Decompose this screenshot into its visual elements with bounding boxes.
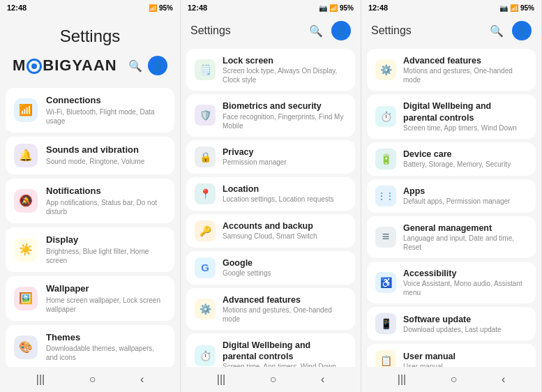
panel-home: 12:48 📶 95% Settings MBIGYAAN 🔍 👤 📶 Conn…: [0, 0, 181, 392]
settings-card-display: ☀️ Display Brightness, Blue light filter…: [6, 227, 174, 272]
settings-item-display[interactable]: ☀️ Display Brightness, Blue light filter…: [6, 227, 174, 272]
list-item-wellbeing[interactable]: ⏱️ Digital Wellbeing and parental contro…: [186, 333, 355, 367]
wellbeing2-icon: ⏱️: [375, 106, 396, 127]
wellbeing-text: Digital Wellbeing and parental controls …: [223, 340, 347, 367]
notifications-text: Notifications App notifications, Status …: [46, 186, 166, 216]
time-3: 12:48: [368, 3, 388, 12]
list-card-location: 📍 Location Location settings, Location r…: [186, 177, 355, 211]
advanced2-text: Advanced features Motions and gestures, …: [403, 55, 527, 84]
settings-item-sounds[interactable]: 🔔 Sounds and vibration Sound mode, Ringt…: [6, 137, 174, 174]
settings-item-connections[interactable]: 📶 Connections Wi-Fi, Bluetooth, Flight m…: [6, 88, 174, 133]
usermanual-title: User manual: [403, 351, 527, 362]
nav-back-3[interactable]: ‹: [495, 370, 512, 389]
wellbeing-icon: ⏱️: [195, 345, 216, 366]
settings-item-themes[interactable]: 🎨 Themes Downloadable themes, wallpapers…: [6, 325, 174, 367]
list-card-biometrics: 🛡️ Biometrics and security Face recognit…: [186, 94, 355, 136]
camera-icon: 📷: [319, 4, 327, 12]
accessibility-subtitle: Voice Assistant, Mono audio, Assistant m…: [403, 279, 527, 297]
settings-item-wallpaper[interactable]: 🖼️ Wallpaper Home screen wallpaper, Lock…: [6, 276, 174, 321]
settings-item-notifications[interactable]: 🔕 Notifications App notifications, Statu…: [6, 179, 174, 223]
nav-back-1[interactable]: ‹: [133, 370, 151, 389]
advanced-text: Advanced features Motions and gestures, …: [223, 294, 347, 324]
list-card-general: ≡ General management Language and input,…: [367, 216, 536, 258]
wifi-icon-3: 📶: [510, 4, 518, 12]
settings-card-sounds: 🔔 Sounds and vibration Sound mode, Ringt…: [6, 137, 174, 174]
google-subtitle: Google settings: [223, 269, 347, 278]
themes-subtitle: Downloadable themes, wallpapers, and ico…: [46, 344, 166, 362]
list-item-biometrics[interactable]: 🛡️ Biometrics and security Face recognit…: [186, 94, 355, 136]
list-card-wellbeing: ⏱️ Digital Wellbeing and parental contro…: [186, 333, 355, 367]
general-subtitle: Language and input, Date and time, Reset: [403, 234, 527, 252]
google-title: Google: [223, 257, 347, 269]
nav-home-1[interactable]: ○: [82, 370, 103, 389]
panel-title-2: Settings: [190, 24, 231, 37]
list-item-google[interactable]: G Google Google settings: [186, 251, 355, 285]
list-card-privacy: 🔒 Privacy Permission manager: [186, 140, 355, 174]
display-subtitle: Brightness, Blue light filter, Home scre…: [46, 247, 166, 265]
privacy-subtitle: Permission manager: [223, 158, 347, 167]
battery-1: 95%: [159, 4, 173, 12]
nav-recent-2[interactable]: |||: [210, 370, 232, 389]
list-item-apps[interactable]: ⋮⋮ Apps Default apps, Permission manager: [367, 179, 536, 213]
list-item-privacy[interactable]: 🔒 Privacy Permission manager: [186, 140, 355, 174]
general-icon: ≡: [375, 227, 396, 248]
list-item-wellbeing2[interactable]: ⏱️ Digital Wellbeing and parental contro…: [367, 94, 536, 139]
avatar[interactable]: 👤: [148, 56, 167, 75]
list-item-lockscreen[interactable]: 🗒️ Lock screen Screen lock type, Always …: [186, 49, 355, 91]
apps-icon: ⋮⋮: [375, 186, 396, 206]
notifications-subtitle: App notifications, Status bar, Do not di…: [46, 198, 166, 216]
search-icon[interactable]: 🔍: [128, 59, 142, 73]
google-text: Google Google settings: [223, 257, 347, 278]
advanced2-subtitle: Motions and gestures, One-handed mode: [403, 66, 527, 84]
list-item-devicecare2[interactable]: 🔋 Device care Battery, Storage, Memory, …: [367, 142, 536, 176]
list-item-location[interactable]: 📍 Location Location settings, Location r…: [186, 177, 355, 211]
list-card-lockscreen: 🗒️ Lock screen Screen lock type, Always …: [186, 49, 355, 91]
usermanual-icon: 📋: [375, 350, 396, 367]
wellbeing-title: Digital Wellbeing and parental controls: [223, 340, 347, 363]
list-item-general[interactable]: ≡ General management Language and input,…: [367, 216, 536, 258]
lockscreen-icon: 🗒️: [195, 59, 216, 80]
advanced-icon: ⚙️: [195, 299, 216, 319]
biometrics-title: Biometrics and security: [223, 100, 347, 112]
themes-icon: 🎨: [14, 336, 38, 359]
list-item-advanced2[interactable]: ⚙️ Advanced features Motions and gesture…: [367, 49, 536, 91]
list-item-advanced[interactable]: ⚙️ Advanced features Motions and gesture…: [186, 288, 355, 330]
software-icon: 📱: [375, 313, 396, 334]
advanced-title: Advanced features: [223, 294, 347, 306]
nav-recent-3[interactable]: |||: [391, 370, 413, 389]
accounts-icon: 🔑: [195, 220, 216, 241]
list-item-software[interactable]: 📱 Software update Download updates, Last…: [367, 307, 536, 340]
nav-home-3[interactable]: ○: [444, 370, 465, 389]
settings-list-3: ⚙️ Advanced features Motions and gesture…: [361, 46, 541, 367]
battery-2: 95%: [340, 4, 354, 12]
panel-header-3: Settings 🔍 👤: [361, 15, 541, 46]
search-icon-2[interactable]: 🔍: [309, 24, 323, 38]
general-title: General management: [403, 223, 527, 234]
apps-title: Apps: [403, 186, 527, 197]
biometrics-icon: 🛡️: [195, 105, 216, 126]
nav-home-2[interactable]: ○: [263, 370, 284, 389]
settings-card-wallpaper: 🖼️ Wallpaper Home screen wallpaper, Lock…: [6, 276, 174, 321]
devicecare2-icon: 🔋: [375, 149, 396, 169]
accessibility-title: Accessibility: [403, 268, 527, 279]
settings-list-home: 📶 Connections Wi-Fi, Bluetooth, Flight m…: [0, 85, 180, 367]
logo-area: MBIGYAAN 🔍 👤: [7, 56, 173, 75]
location-title: Location: [223, 183, 347, 195]
nav-bar-2: ||| ○ ‹: [181, 367, 361, 392]
avatar-3[interactable]: 👤: [512, 21, 532, 40]
sounds-icon: 🔔: [14, 144, 38, 167]
nav-bar-1: ||| ○ ‹: [0, 367, 180, 392]
sounds-subtitle: Sound mode, Ringtone, Volume: [46, 157, 166, 166]
home-page-title: Settings: [60, 27, 121, 46]
list-item-accounts[interactable]: 🔑 Accounts and backup Samsung Cloud, Sma…: [186, 214, 355, 248]
search-icon-3[interactable]: 🔍: [490, 24, 504, 38]
wallpaper-icon: 🖼️: [14, 287, 38, 310]
list-item-usermanual[interactable]: 📋 User manual User manual: [367, 344, 536, 367]
apps-subtitle: Default apps, Permission manager: [403, 197, 527, 206]
list-item-accessibility[interactable]: ♿ Accessibility Voice Assistant, Mono au…: [367, 262, 536, 303]
nav-recent-1[interactable]: |||: [29, 370, 52, 389]
avatar-2[interactable]: 👤: [331, 21, 351, 40]
nav-back-2[interactable]: ‹: [314, 370, 331, 389]
advanced-subtitle: Motions and gestures, One-handed mode: [223, 306, 347, 324]
display-icon: ☀️: [14, 238, 38, 262]
